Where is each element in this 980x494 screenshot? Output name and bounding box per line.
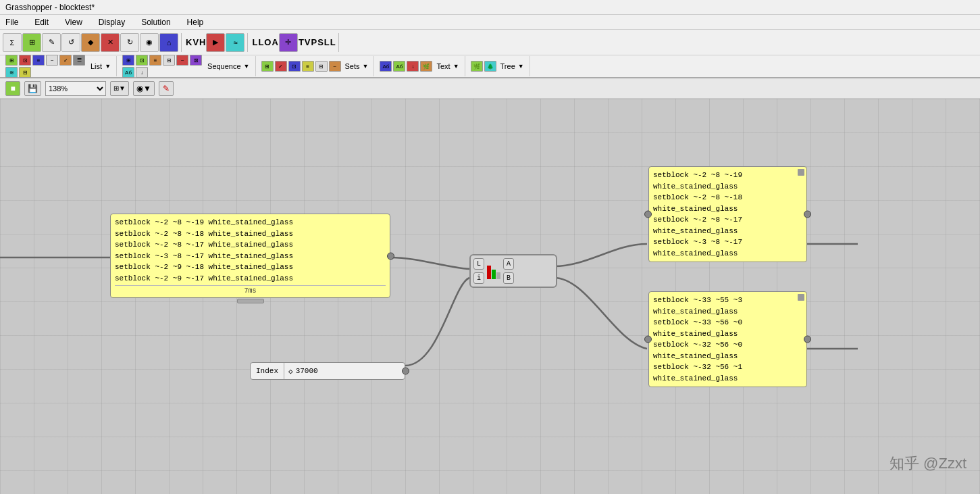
toolbar-btn-sigma[interactable]: Σ	[3, 33, 22, 52]
canvas-save-btn[interactable]: 💾	[24, 81, 41, 96]
canvas-eye-btn[interactable]: ◉▼	[133, 81, 155, 96]
sets-icon-5: ⊟	[315, 61, 328, 72]
wire-index-to-center	[405, 278, 469, 366]
toolbar-btn-pencil[interactable]: ✎	[42, 33, 61, 52]
center-left-ports: L i	[473, 258, 484, 284]
sets-arrow[interactable]: ▼	[363, 63, 369, 70]
list-icon-1: ⊞	[5, 55, 18, 66]
toolbar-btn-home[interactable]: ⌂	[159, 33, 178, 52]
toolbar-btn-undo[interactable]: ↺	[61, 33, 80, 52]
tab-sequence[interactable]: ⊞ ⊡ ≡ ⊟ ~ ⊠ Aб ↓ Sequence ▼	[117, 56, 255, 76]
tr-line-7: setblock ~-3 ~8 ~-17	[653, 237, 802, 248]
canvas-new-btn[interactable]: ■	[5, 81, 20, 96]
toolbar-category-tabs: ⊞ ⊡ ≡ ~ ✓ ☰ ≋ ⊟ List ▼ ⊞ ⊡ ≡ ⊟ ~ ⊠ Aб ↓ …	[0, 55, 980, 78]
left-panel-line-5: setblock ~-2 ~9 ~-18 white_stained_glass	[115, 262, 386, 273]
index-diamond: ◇	[288, 367, 293, 376]
list-icon-5: ✓	[59, 55, 72, 66]
canvas-grid-btn[interactable]: ⊞▼	[110, 81, 129, 96]
left-panel-line-3: setblock ~-2 ~8 ~-17 white_stained_glass	[115, 239, 386, 251]
port-b[interactable]: B	[503, 272, 514, 284]
tree-arrow[interactable]: ▼	[518, 63, 524, 70]
toolbar-label-t: T	[299, 37, 304, 47]
title-bar: Grasshopper - blocktest*	[0, 0, 980, 15]
menu-solution[interactable]: Solution	[138, 16, 173, 28]
list-icon-8: ⊟	[19, 67, 31, 78]
toolbar-label-l4: L	[330, 37, 336, 47]
watermark: 知乎 @Zzxt	[889, 453, 966, 474]
text-icon-3: ↓	[407, 61, 419, 72]
tr-corner-grip	[798, 169, 804, 176]
toolbar-btn-play[interactable]: ▶	[206, 33, 225, 52]
tab-sets[interactable]: ⊞ ✓ ⊡ ≡ ⊟ ~ Sets ▼	[256, 56, 375, 76]
toolbar-label-v: V	[192, 37, 199, 47]
tr-line-8: white_stained_glass	[653, 248, 802, 260]
bottom-right-panel[interactable]: setblock ~-33 ~55 ~3 white_stained_glass…	[648, 291, 807, 387]
toolbar-btn-diamond[interactable]: ◆	[81, 33, 100, 52]
port-i[interactable]: i	[473, 272, 484, 284]
toolbar-label-l1: L	[252, 37, 257, 47]
toolbar-label-o: O	[264, 37, 271, 47]
list-icon-7: ≋	[5, 67, 18, 78]
port-l[interactable]: L	[473, 258, 484, 270]
gh-canvas[interactable]: setblock ~-2 ~8 ~-19 white_stained_glass…	[0, 99, 980, 494]
menu-help[interactable]: Help	[184, 16, 207, 28]
tr-line-6: white_stained_glass	[653, 226, 802, 237]
tr-line-3: setblock ~-2 ~8 ~-18	[653, 192, 802, 203]
left-panel-resize[interactable]	[237, 299, 264, 303]
index-label: Index	[251, 363, 284, 379]
tab-tree[interactable]: 🌿 🌲 Tree ▼	[465, 56, 530, 76]
sets-label: Sets	[345, 62, 360, 70]
left-panel-line-6: setblock ~-2 ~9 ~-17 white_stained_glass	[115, 273, 386, 285]
sequence-arrow[interactable]: ▼	[244, 63, 250, 70]
left-panel-line-2: setblock ~-2 ~8 ~-18 white_stained_glass	[115, 228, 386, 240]
toolbar-btn-cross2[interactable]: ✛	[279, 33, 298, 52]
toolbar-btn-cross[interactable]: ✕	[101, 33, 120, 52]
center-component-node[interactable]: L i A B	[469, 254, 557, 288]
bar-green	[492, 270, 496, 279]
port-a[interactable]: A	[503, 258, 514, 270]
canvas-pen-btn[interactable]: ✎	[159, 81, 174, 96]
text-arrow[interactable]: ▼	[453, 63, 459, 70]
br-line-2: white_stained_glass	[653, 306, 802, 318]
top-right-panel[interactable]: setblock ~-2 ~8 ~-19 white_stained_glass…	[648, 166, 807, 262]
br-panel-input-port	[644, 336, 652, 343]
toolbar-label-h: H	[199, 37, 205, 47]
list-arrow[interactable]: ▼	[105, 63, 111, 70]
br-line-7: setblock ~-32 ~56 ~1	[653, 362, 802, 373]
tr-line-1: setblock ~-2 ~8 ~-19	[653, 170, 802, 181]
wire-center-a-to-top-right	[554, 244, 647, 266]
br-line-4: white_stained_glass	[653, 328, 802, 340]
menu-display[interactable]: Display	[96, 16, 128, 28]
tr-panel-input-port	[644, 211, 652, 218]
toolbar-label-p: P	[311, 37, 317, 47]
tr-line-4: white_stained_glass	[653, 203, 802, 215]
menu-view[interactable]: View	[62, 16, 85, 28]
menu-edit[interactable]: Edit	[32, 16, 51, 28]
br-corner-grip	[798, 294, 804, 301]
tab-text[interactable]: Aб Aб ↓ 🌿 Text ▼	[374, 56, 465, 76]
toolbar-btn-approx[interactable]: ≈	[226, 33, 244, 52]
zoom-select[interactable]: 138% 100% 75% 50%	[45, 81, 106, 96]
left-text-panel[interactable]: setblock ~-2 ~8 ~-19 white_stained_glass…	[110, 214, 390, 298]
text-label: Text	[436, 62, 450, 70]
toolbar-btn-eye[interactable]: ◉	[140, 33, 159, 52]
left-panel-output-port	[387, 252, 394, 260]
list-icon-2: ⊡	[19, 55, 31, 66]
list-icon-4: ~	[46, 55, 58, 66]
seq-icon-6: ⊠	[190, 55, 202, 66]
canvas-toolbar: ■ 💾 138% 100% 75% 50% ⊞▼ ◉▼ ✎	[0, 78, 980, 99]
text-icon-1: Aб	[380, 61, 392, 72]
text-icon-4: 🌿	[420, 61, 432, 72]
left-panel-footer: 7ms	[115, 285, 386, 295]
tab-list[interactable]: ⊞ ⊡ ≡ ~ ✓ ☰ ≋ ⊟ List ▼	[0, 56, 117, 76]
index-component-node[interactable]: Index ◇ 37000	[250, 362, 405, 380]
menu-file[interactable]: File	[3, 16, 21, 28]
bar-red	[487, 266, 491, 279]
toolbar-btn-redo[interactable]: ↻	[120, 33, 139, 52]
toolbar-btn-grid[interactable]: ⊞	[22, 33, 41, 52]
toolbar-label-l3: L	[324, 37, 330, 47]
seq-icon-3: ≡	[149, 55, 161, 66]
toolbar-label-l2: L	[258, 37, 263, 47]
menu-bar: File Edit View Display Solution Help	[0, 15, 980, 30]
tr-line-2: white_stained_glass	[653, 181, 802, 193]
